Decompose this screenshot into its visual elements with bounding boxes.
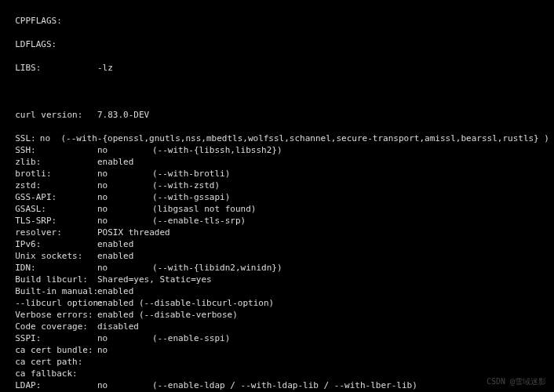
hint: (--with-{openssl,gnutls,nss,mbedtls,wolf… <box>60 132 549 144</box>
config-row: zlib:enabled <box>5 156 549 168</box>
value: no <box>97 332 152 344</box>
config-row: Built-in manual:enabled <box>5 285 549 297</box>
config-row: ca cert path: <box>5 356 549 368</box>
label: SSL: <box>5 132 40 144</box>
hint: (libgsasl not found) <box>152 203 256 215</box>
blank-line <box>5 85 549 97</box>
config-row: SSL:no(--with-{openssl,gnutls,nss,mbedtl… <box>5 132 549 144</box>
label: GSS-API: <box>5 191 97 203</box>
label: Built-in manual: <box>5 285 97 297</box>
config-row: SSPI:no(--enable-sspi) <box>5 332 549 344</box>
value: enabled (--disable-verbose) <box>97 309 238 321</box>
label: ca fallback: <box>5 368 97 379</box>
value: Shared=yes, Static=yes <box>97 274 212 285</box>
value: -lz <box>97 62 113 74</box>
config-row: --libcurl option:enabled (--disable-libc… <box>5 297 549 309</box>
label: ca cert bundle: <box>5 344 97 356</box>
label: zstd: <box>5 180 97 191</box>
value: no <box>97 215 152 227</box>
label: ca cert path: <box>5 356 97 368</box>
config-row: zstd:no(--with-zstd) <box>5 180 549 191</box>
config-row: SSH:no(--with-{libssh,libssh2}) <box>5 144 549 156</box>
config-row: Unix sockets:enabled <box>5 250 549 262</box>
value: no <box>97 262 152 274</box>
label: LDAP: <box>5 379 97 391</box>
hint: (--enable-ldap / --with-ldap-lib / --wit… <box>152 379 417 391</box>
label: SSPI: <box>5 332 97 344</box>
label: zlib: <box>5 156 97 168</box>
watermark: CSDN @雪域迷影 <box>487 376 546 387</box>
label: brotli: <box>5 168 97 180</box>
value <box>97 368 152 379</box>
value: no <box>97 379 152 391</box>
label: GSASL: <box>5 203 97 215</box>
label: SSH: <box>5 144 97 156</box>
hint: (--enable-sspi) <box>152 332 230 344</box>
line-curl-version: curl version:7.83.0-DEV <box>5 109 549 121</box>
value: no <box>97 180 152 191</box>
config-row: Build libcurl:Shared=yes, Static=yes <box>5 274 549 285</box>
config-row: GSS-API:no(--with-gssapi) <box>5 191 549 203</box>
label: Unix sockets: <box>5 250 97 262</box>
label: --libcurl option: <box>5 297 97 309</box>
value: enabled <box>97 156 152 168</box>
hint: (--with-zstd) <box>152 180 220 191</box>
line-libs: LIBS:-lz <box>5 62 549 74</box>
line-ldflags: LDFLAGS: <box>5 38 549 50</box>
hint: (--with-gssapi) <box>152 191 230 203</box>
hint: (--with-{libssh,libssh2}) <box>152 144 282 156</box>
config-row: GSASL:no(libgsasl not found) <box>5 203 549 215</box>
hint: (--with-brotli) <box>152 168 230 180</box>
config-row: Verbose errors:enabled (--disable-verbos… <box>5 309 549 321</box>
config-row: resolver:POSIX threaded <box>5 227 549 238</box>
value: enabled <box>97 250 152 262</box>
value: enabled <box>97 285 152 297</box>
terminal-output: CPPFLAGS: LDFLAGS: LIBS:-lz curl version… <box>0 0 554 392</box>
value: no <box>97 191 152 203</box>
value <box>97 356 152 368</box>
config-row: LDAP:no(--enable-ldap / --with-ldap-lib … <box>5 379 549 391</box>
value: no <box>97 144 152 156</box>
value: disabled <box>97 321 152 332</box>
label: curl version: <box>5 109 97 121</box>
label: resolver: <box>5 227 97 238</box>
config-row: TLS-SRP:no(--enable-tls-srp) <box>5 215 549 227</box>
label: Verbose errors: <box>5 309 97 321</box>
label: TLS-SRP: <box>5 215 97 227</box>
config-row: IPv6:enabled <box>5 238 549 250</box>
label: Code coverage: <box>5 321 97 332</box>
value: POSIX threaded <box>97 227 170 238</box>
label: Build libcurl: <box>5 274 97 285</box>
hint: (--with-{libidn2,winidn}) <box>152 262 282 274</box>
label: IDN: <box>5 262 97 274</box>
value: no <box>40 132 61 144</box>
config-row: brotli:no(--with-brotli) <box>5 168 549 180</box>
config-row: ca fallback: <box>5 368 549 379</box>
config-row: ca cert bundle:no <box>5 344 549 356</box>
value: enabled (--disable-libcurl-option) <box>97 297 274 309</box>
line-cppflags: CPPFLAGS: <box>5 15 549 27</box>
label: IPv6: <box>5 238 97 250</box>
config-row: IDN:no(--with-{libidn2,winidn}) <box>5 262 549 274</box>
value: no <box>97 168 152 180</box>
value: enabled <box>97 238 152 250</box>
value: 7.83.0-DEV <box>97 109 149 121</box>
label: LIBS: <box>5 62 97 74</box>
value: no <box>97 203 152 215</box>
config-row: Code coverage:disabled <box>5 321 549 332</box>
value: no <box>97 344 152 356</box>
hint: (--enable-tls-srp) <box>152 215 246 227</box>
